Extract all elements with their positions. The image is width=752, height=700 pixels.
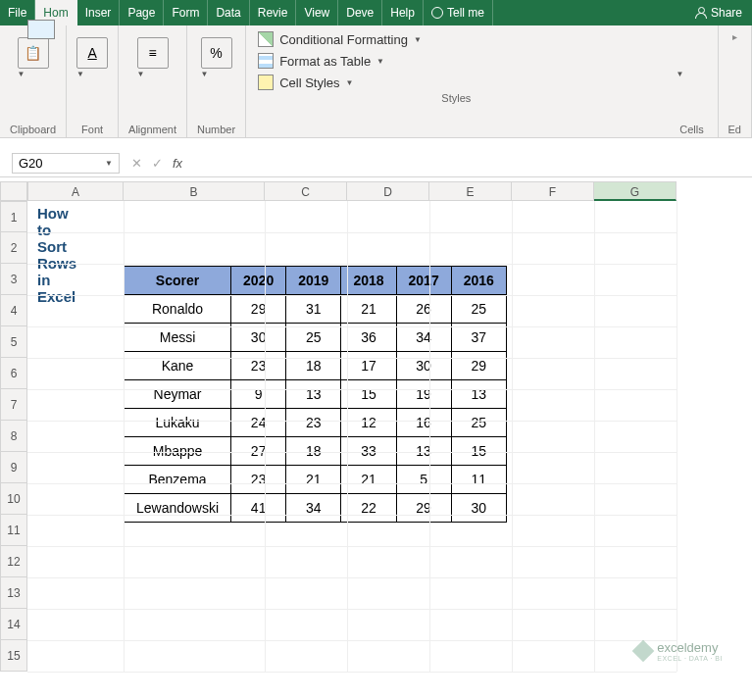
scorer-cell[interactable]: Lewandowski bbox=[125, 494, 231, 523]
row-header-5[interactable]: 5 bbox=[0, 326, 27, 358]
cells-icon[interactable] bbox=[27, 20, 55, 39]
column-header-G[interactable]: G bbox=[594, 181, 677, 201]
tab-review[interactable]: Revie bbox=[250, 0, 297, 25]
chevron-down-icon: ▼ bbox=[105, 159, 113, 168]
value-cell[interactable]: 13 bbox=[396, 437, 451, 466]
value-cell[interactable]: 25 bbox=[451, 295, 506, 324]
column-header-F[interactable]: F bbox=[512, 181, 594, 201]
value-cell[interactable]: 21 bbox=[341, 295, 396, 324]
watermark: exceldemy EXCEL · DATA · BI bbox=[635, 640, 723, 662]
column-header-B[interactable]: B bbox=[124, 181, 265, 201]
column-header-A[interactable]: A bbox=[27, 181, 124, 201]
column-header-D[interactable]: D bbox=[347, 181, 429, 201]
value-cell[interactable]: 18 bbox=[286, 352, 341, 380]
tab-data[interactable]: Data bbox=[208, 0, 249, 25]
value-cell[interactable]: 12 bbox=[341, 409, 396, 437]
value-cell[interactable]: 27 bbox=[231, 437, 286, 466]
scorer-cell[interactable]: Benzema bbox=[125, 466, 231, 494]
tab-formulas[interactable]: Form bbox=[164, 0, 208, 25]
tab-page-layout[interactable]: Page bbox=[120, 0, 164, 25]
row-header-7[interactable]: 7 bbox=[0, 389, 27, 421]
tab-help[interactable]: Help bbox=[382, 0, 424, 25]
chevron-down-icon[interactable]: ▼ bbox=[677, 70, 708, 78]
value-cell[interactable]: 25 bbox=[451, 409, 506, 437]
name-box[interactable]: G20 ▼ bbox=[12, 153, 120, 174]
value-cell[interactable]: 9 bbox=[231, 380, 286, 409]
value-cell[interactable]: 18 bbox=[286, 437, 341, 466]
table-header: Scorer bbox=[125, 267, 231, 295]
row-header-11[interactable]: 11 bbox=[0, 515, 27, 546]
value-cell[interactable]: 23 bbox=[286, 409, 341, 437]
cancel-icon[interactable]: ✕ bbox=[131, 156, 142, 171]
row-header-13[interactable]: 13 bbox=[0, 577, 27, 609]
value-cell[interactable]: 13 bbox=[286, 380, 341, 409]
chevron-down-icon[interactable]: ▼ bbox=[137, 70, 169, 78]
tab-developer[interactable]: Deve bbox=[338, 0, 382, 25]
cell-styles-icon bbox=[258, 75, 274, 90]
chevron-down-icon[interactable]: ▼ bbox=[76, 70, 108, 78]
value-cell[interactable]: 15 bbox=[341, 380, 396, 409]
value-cell[interactable]: 29 bbox=[396, 494, 451, 523]
alignment-icon[interactable]: ≡ bbox=[137, 37, 169, 69]
fx-icon[interactable]: fx bbox=[173, 156, 182, 171]
row-header-14[interactable]: 14 bbox=[0, 609, 27, 640]
chevron-down-icon[interactable]: ▼ bbox=[201, 70, 232, 78]
select-all-corner[interactable] bbox=[0, 181, 27, 201]
spreadsheet-grid[interactable]: ABCDEFG 123456789101112131415 How to Sor… bbox=[0, 181, 752, 691]
formula-input[interactable] bbox=[182, 154, 752, 173]
value-cell[interactable]: 21 bbox=[286, 466, 341, 494]
tab-view[interactable]: View bbox=[296, 0, 338, 25]
value-cell[interactable]: 15 bbox=[451, 437, 506, 466]
group-styles-label: Styles bbox=[258, 92, 654, 104]
value-cell[interactable]: 24 bbox=[231, 409, 286, 437]
row-header-12[interactable]: 12 bbox=[0, 546, 27, 577]
value-cell[interactable]: 26 bbox=[396, 295, 451, 324]
value-cell[interactable]: 19 bbox=[396, 380, 451, 409]
value-cell[interactable]: 29 bbox=[451, 352, 506, 380]
value-cell[interactable]: 29 bbox=[231, 295, 286, 324]
value-cell[interactable]: 33 bbox=[341, 437, 396, 466]
scorer-cell[interactable]: Lukaku bbox=[125, 409, 231, 437]
value-cell[interactable]: 13 bbox=[451, 380, 506, 409]
number-icon[interactable]: % bbox=[201, 37, 232, 69]
row-header-2[interactable]: 2 bbox=[0, 232, 27, 264]
tab-insert[interactable]: Inser bbox=[77, 0, 121, 25]
row-header-6[interactable]: 6 bbox=[0, 358, 27, 389]
column-header-C[interactable]: C bbox=[265, 181, 347, 201]
scorer-cell[interactable]: Kane bbox=[125, 352, 231, 380]
font-icon[interactable]: A bbox=[76, 37, 108, 69]
row-header-4[interactable]: 4 bbox=[0, 295, 27, 326]
value-cell[interactable]: 23 bbox=[231, 466, 286, 494]
chevron-down-icon[interactable]: ▼ bbox=[18, 70, 49, 78]
row-header-1[interactable]: 1 bbox=[0, 201, 27, 232]
scorer-cell[interactable]: Neymar bbox=[125, 380, 231, 409]
scorer-cell[interactable]: Ronaldo bbox=[125, 295, 231, 324]
row-header-8[interactable]: 8 bbox=[0, 421, 27, 452]
row-header-10[interactable]: 10 bbox=[0, 483, 27, 515]
cell-styles-button[interactable]: Cell Styles ▼ bbox=[258, 75, 654, 90]
scorer-cell[interactable]: Mbappe bbox=[125, 437, 231, 466]
column-header-E[interactable]: E bbox=[429, 181, 512, 201]
person-icon bbox=[695, 7, 707, 19]
share-button[interactable]: Share bbox=[685, 0, 752, 25]
value-cell[interactable]: 41 bbox=[231, 494, 286, 523]
value-cell[interactable]: 22 bbox=[341, 494, 396, 523]
value-cell[interactable]: 5 bbox=[396, 466, 451, 494]
value-cell[interactable]: 34 bbox=[286, 494, 341, 523]
row-header-15[interactable]: 15 bbox=[0, 640, 27, 672]
conditional-formatting-button[interactable]: Conditional Formatting ▼ bbox=[258, 31, 654, 47]
value-cell[interactable]: 30 bbox=[451, 494, 506, 523]
value-cell[interactable]: 11 bbox=[451, 466, 506, 494]
value-cell[interactable]: 23 bbox=[231, 352, 286, 380]
format-as-table-button[interactable]: Format as Table ▼ bbox=[258, 53, 654, 69]
value-cell[interactable]: 21 bbox=[341, 466, 396, 494]
row-header-9[interactable]: 9 bbox=[0, 452, 27, 483]
value-cell[interactable]: 16 bbox=[396, 409, 451, 437]
enter-icon[interactable]: ✓ bbox=[152, 156, 163, 171]
tell-me-search[interactable]: Tell me bbox=[424, 0, 493, 25]
value-cell[interactable]: 31 bbox=[286, 295, 341, 324]
paste-icon[interactable]: 📋 bbox=[18, 37, 49, 69]
value-cell[interactable]: 30 bbox=[396, 352, 451, 380]
value-cell[interactable]: 17 bbox=[341, 352, 396, 380]
row-header-3[interactable]: 3 bbox=[0, 264, 27, 295]
